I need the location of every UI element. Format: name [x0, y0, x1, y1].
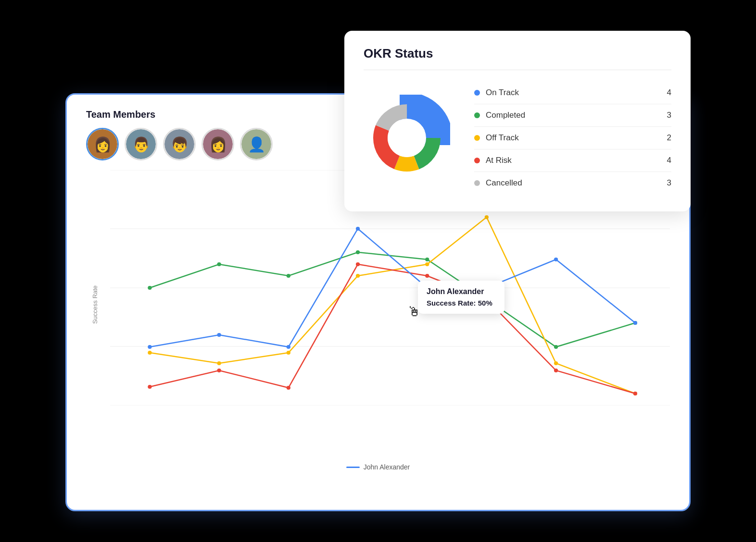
chart-legend-label: John Alexander: [364, 463, 410, 471]
legend-count-cancelled: 3: [662, 178, 671, 188]
svg-point-49: [217, 333, 221, 337]
legend-dot-cancelled: [474, 180, 480, 186]
chart-legend-item: John Alexander: [346, 463, 410, 471]
svg-point-41: [217, 369, 221, 372]
svg-point-32: [148, 351, 151, 355]
avatar-3[interactable]: 👩: [202, 128, 234, 160]
legend-left: At Risk: [474, 156, 512, 165]
svg-point-46: [554, 369, 558, 372]
svg-point-43: [356, 262, 360, 266]
svg-point-37: [485, 215, 489, 219]
legend-left: On Track: [474, 88, 519, 98]
okr-status-card: OKR Status: [344, 31, 691, 211]
svg-point-48: [148, 345, 151, 349]
svg-point-33: [217, 361, 221, 365]
avatar-1[interactable]: 👨: [125, 128, 157, 160]
legend-row-at-risk: At Risk 4: [474, 149, 671, 172]
legend-row-off-track: Off Track 2: [474, 127, 671, 149]
svg-point-55: [633, 321, 637, 325]
cursor-icon: 🖱: [407, 304, 421, 320]
legend-count-at-risk: 4: [662, 156, 671, 165]
legend-left: Off Track: [474, 133, 519, 143]
avatar-0[interactable]: 👩: [86, 128, 119, 160]
y-axis-label: Success Rate: [91, 285, 99, 324]
svg-point-25: [217, 262, 221, 266]
legend-label-completed: Completed: [486, 111, 525, 120]
svg-point-34: [287, 351, 290, 355]
svg-point-50: [287, 345, 290, 349]
svg-point-47: [633, 392, 637, 395]
legend-left: Completed: [474, 111, 525, 120]
tooltip-name: John Alexander: [427, 287, 496, 296]
legend-dot-off-track: [474, 135, 480, 141]
legend-label-off-track: Off Track: [486, 133, 519, 143]
svg-point-36: [425, 262, 429, 266]
legend-label-cancelled: Cancelled: [486, 178, 522, 188]
chart-tooltip: John Alexander Success Rate: 50%: [418, 281, 504, 314]
legend-count-completed: 3: [662, 111, 671, 120]
svg-point-5: [388, 119, 426, 157]
svg-point-35: [356, 274, 360, 278]
okr-title: OKR Status: [364, 46, 671, 61]
legend-count-on-track: 4: [662, 88, 671, 98]
legend-label-at-risk: At Risk: [486, 156, 512, 165]
svg-point-24: [148, 286, 151, 290]
chart-legend: John Alexander: [86, 463, 670, 471]
legend-dot-on-track: [474, 90, 480, 96]
legend-left: Cancelled: [474, 178, 522, 188]
tooltip-value: Success Rate: 50%: [427, 299, 496, 307]
avatar-4[interactable]: 👤: [240, 128, 273, 160]
legend-row-on-track: On Track 4: [474, 82, 671, 104]
legend-dot-completed: [474, 112, 480, 118]
okr-divider: [364, 70, 671, 70]
legend-dot-at-risk: [474, 158, 480, 163]
legend-row-completed: Completed 3: [474, 104, 671, 127]
svg-point-30: [554, 345, 558, 349]
svg-point-28: [425, 258, 429, 261]
svg-point-54: [554, 258, 558, 261]
svg-point-26: [287, 274, 290, 278]
legend-count-off-track: 2: [662, 133, 671, 143]
svg-point-40: [148, 385, 151, 389]
avatar-2[interactable]: 👦: [163, 128, 196, 160]
legend-row-cancelled: Cancelled 3: [474, 172, 671, 194]
svg-point-27: [356, 250, 360, 254]
svg-point-44: [425, 274, 429, 278]
svg-point-51: [356, 227, 360, 231]
svg-point-42: [287, 386, 290, 390]
okr-legend: On Track 4 Completed 3 Off Track 2 At Ri…: [474, 82, 671, 194]
svg-point-38: [554, 361, 558, 365]
okr-content: On Track 4 Completed 3 Off Track 2 At Ri…: [364, 82, 671, 194]
legend-label-on-track: On Track: [486, 88, 519, 98]
okr-donut-chart: [364, 95, 450, 181]
